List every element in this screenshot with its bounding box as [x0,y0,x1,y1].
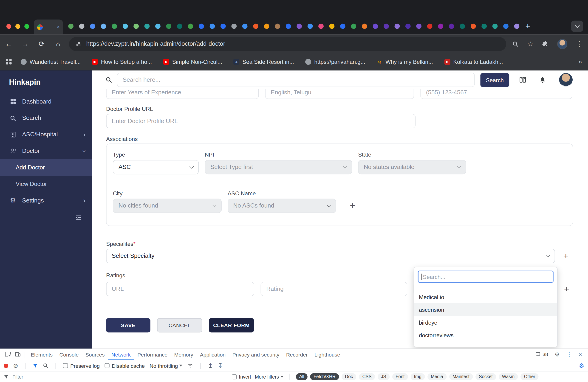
tab-favicon[interactable] [210,24,215,29]
request-type-chip[interactable]: CSS [359,373,375,380]
tab-favicon[interactable] [329,24,335,29]
forward-button[interactable]: → [21,40,29,47]
request-type-chip[interactable]: All [296,373,308,380]
devtools-tab[interactable]: Network [108,349,134,360]
tab-favicon[interactable] [90,24,95,29]
npi-select[interactable]: Select Type first [205,160,352,174]
devtools-tab[interactable]: Elements [27,349,56,360]
cancel-button[interactable]: CANCEL [157,318,202,332]
specialty-select[interactable]: Select Specialty [106,249,555,263]
tab-favicon[interactable] [296,24,302,29]
devtools-tab[interactable]: Console [56,349,82,360]
languages-field[interactable]: English, Telugu [265,89,414,99]
tab-favicon[interactable] [231,24,237,29]
tab-favicon[interactable] [188,24,193,29]
device-toolbar-icon[interactable] [13,351,22,358]
bookmark-item[interactable]: ▶ How to Setup a ho... [92,59,152,65]
dropdown-option[interactable]: birdeye [414,316,557,329]
bookmark-item[interactable]: Wanderlust Travell... [21,59,81,65]
filter-funnel-icon[interactable] [33,363,38,368]
tab-favicon[interactable] [438,24,443,29]
sidebar-item-add-doctor[interactable]: Add Doctor [0,159,92,176]
request-type-chip[interactable]: Fetch/XHR [310,373,339,380]
search-button[interactable]: Search [481,73,509,87]
tab-favicon[interactable] [286,24,291,29]
console-messages-badge[interactable]: 38 [535,351,548,357]
home-button[interactable]: ⌂ [54,40,62,47]
dropdown-option[interactable]: ascension [414,303,557,316]
site-settings-icon[interactable] [75,41,82,47]
tab-favicon[interactable] [253,24,258,29]
years-experience-field[interactable]: Enter Years of Experience [106,89,259,99]
tab-favicon[interactable] [351,24,356,29]
tab-favicon[interactable] [242,24,248,29]
url-text[interactable]: https://dev.zyptr.in/hinkapin-admin/doct… [86,40,225,47]
city-select[interactable]: No cities found [113,199,221,213]
inspect-element-icon[interactable] [3,351,13,358]
omnibox[interactable]: https://dev.zyptr.in/hinkapin-admin/doct… [69,37,506,51]
traffic-light[interactable] [24,24,29,29]
request-type-chip[interactable]: Media [427,373,446,380]
tab-favicon[interactable] [112,24,117,29]
new-tab-button[interactable]: + [525,22,530,30]
tab-favicon[interactable] [449,24,454,29]
tab-favicon[interactable] [220,24,226,29]
bookmark-item[interactable]: ▶ Simple Non-Circul... [163,59,222,65]
devtools-menu-icon[interactable]: ⋮ [566,351,572,358]
tab-favicon[interactable] [318,24,324,29]
devtools-tab[interactable]: Privacy and security [229,349,283,360]
network-search-icon[interactable] [43,363,48,368]
user-avatar[interactable] [559,73,573,86]
zoom-icon[interactable] [512,41,519,47]
tab-favicon[interactable] [395,24,400,29]
reload-button[interactable]: ⟳ [38,40,45,47]
tab-favicon[interactable] [145,24,150,29]
checkbox[interactable] [232,374,237,379]
tab-favicon[interactable] [166,24,171,29]
bookmark-item[interactable]: K Kolkata to Ladakh... [444,59,503,65]
state-select[interactable]: No states available [358,160,466,174]
request-type-chip[interactable]: Wasm [499,373,518,380]
checkbox[interactable] [63,363,68,368]
devtools-close-icon[interactable]: × [579,351,582,358]
panel-switch-icon[interactable] [519,76,527,83]
tab-favicon[interactable] [133,24,139,29]
clear-icon[interactable]: ⊘ [13,363,18,369]
back-button[interactable]: ← [5,40,12,47]
tab-favicon[interactable] [405,24,411,29]
tab-favicon[interactable] [177,24,182,29]
devtools-tab[interactable]: Memory [171,349,197,360]
sidebar-item-view-doctor[interactable]: View Doctor [0,176,92,192]
devtools-tab[interactable]: Recorder [283,349,311,360]
tab-favicon[interactable] [68,24,74,29]
add-rating-button[interactable]: + [564,284,569,293]
tab-favicon[interactable] [373,24,378,29]
tab-favicon[interactable] [264,24,269,29]
bookmarks-overflow-icon[interactable]: » [578,58,582,65]
sidebar-item-search[interactable]: Search [0,110,92,126]
phone-field[interactable]: (555) 123-4567 [420,89,572,99]
import-har-icon[interactable]: ↥ [208,363,213,369]
preserve-log-checkbox[interactable]: Preserve log [63,363,100,369]
dropdown-option[interactable]: doctorreviews [414,329,557,342]
tab-favicon[interactable] [384,24,389,29]
request-type-chip[interactable]: JS [378,373,390,380]
profile-avatar[interactable] [557,39,567,49]
tab-favicon[interactable] [471,24,476,29]
tab-favicon[interactable] [275,24,280,29]
tab-favicon[interactable] [416,24,421,29]
request-type-chip[interactable]: Manifest [449,373,473,380]
tab-favicon[interactable] [155,24,161,29]
more-filters-button[interactable]: More filters [255,374,283,380]
sidebar-item-asc-hospital[interactable]: ASC/Hospital › [0,126,92,143]
network-settings-gear-icon[interactable]: ⚙ [579,362,584,369]
bookmark-star-icon[interactable]: ☆ [527,40,533,47]
request-type-chip[interactable]: Socket [475,373,496,380]
devtools-settings-icon[interactable]: ⚙ [554,351,560,358]
tab-favicon[interactable] [362,24,367,29]
extensions-icon[interactable] [542,40,548,47]
devtools-tab[interactable]: Lighthouse [311,349,343,360]
tab-favicon[interactable] [460,24,465,29]
tab-favicon[interactable] [503,24,508,29]
request-type-chip[interactable]: Other [521,373,538,380]
